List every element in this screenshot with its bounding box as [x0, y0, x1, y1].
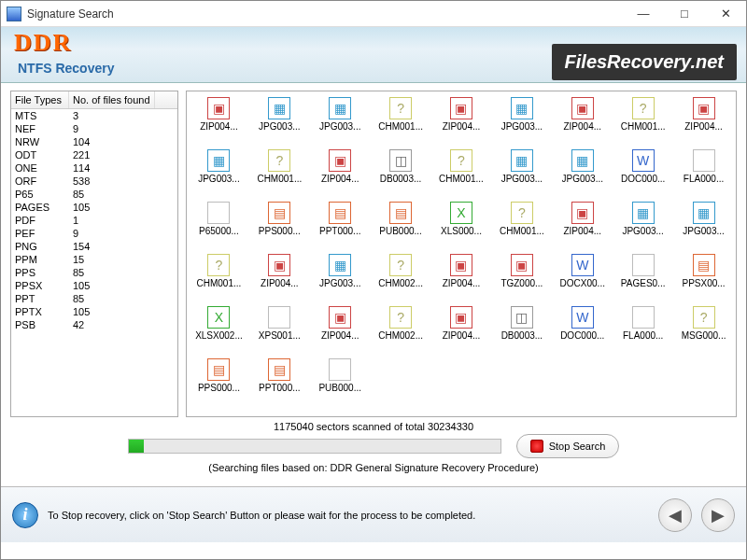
file-item[interactable]: P65000...	[189, 200, 249, 250]
table-row[interactable]: MTS3	[11, 109, 177, 122]
file-item[interactable]: ▣ZIP004...	[552, 95, 613, 146]
file-item[interactable]: ▦JPG003...	[491, 147, 552, 198]
file-label: DB0003...	[501, 330, 543, 341]
table-row[interactable]: PPTX105	[11, 305, 177, 318]
file-item[interactable]: ▣ZIP004...	[431, 95, 492, 146]
file-item[interactable]: PUB000...	[310, 357, 371, 407]
file-item[interactable]: WDOC000...	[552, 304, 613, 355]
cell-count: 104	[73, 136, 90, 147]
table-row[interactable]: ODT221	[11, 148, 177, 161]
file-item[interactable]: ▦JPG003...	[673, 200, 734, 250]
file-item[interactable]: ?CHM002...	[371, 304, 431, 355]
file-item[interactable]: ◫DB0003...	[371, 147, 431, 198]
cell-count: 221	[73, 149, 90, 161]
file-item[interactable]: ▤PPSX00...	[673, 252, 734, 302]
file-item[interactable]: PAGES0...	[613, 252, 673, 302]
cell-count: 9	[73, 123, 78, 134]
file-item[interactable]: ▣ZIP004...	[673, 95, 734, 146]
file-icon: X	[207, 306, 230, 329]
table-row[interactable]: PNG154	[11, 240, 177, 253]
file-label: JPG003...	[683, 226, 724, 236]
table-row[interactable]: P6585	[11, 188, 177, 201]
file-icon	[329, 358, 351, 381]
table-row[interactable]: PPSX105	[11, 279, 177, 292]
col-file-types[interactable]: File Types	[11, 91, 69, 108]
cell-count: 1	[73, 215, 78, 226]
table-row[interactable]: PSB42	[11, 318, 177, 331]
table-row[interactable]: PPM15	[11, 253, 177, 266]
file-label: ZIP004...	[261, 278, 299, 288]
file-item[interactable]: ▤PPS000...	[249, 200, 310, 250]
back-button[interactable]: ◀	[658, 498, 692, 532]
file-item[interactable]: WDOC000...	[613, 147, 673, 198]
file-label: TGZ000...	[500, 278, 543, 288]
next-button[interactable]: ▶	[701, 498, 735, 532]
file-item[interactable]: ▦JPG003...	[552, 147, 613, 198]
file-icon: ▤	[207, 358, 230, 381]
table-row[interactable]: NRW104	[11, 135, 177, 148]
file-item[interactable]: XXLSX002...	[189, 304, 249, 355]
file-item[interactable]: ▤PPT000...	[310, 200, 371, 250]
file-item[interactable]: ▤PPT000...	[249, 357, 310, 407]
file-item[interactable]: ?CHM001...	[249, 147, 310, 198]
file-icon: ▦	[511, 149, 533, 172]
file-icon: ?	[511, 202, 533, 224]
col-file-count[interactable]: No. of files found	[69, 91, 155, 108]
table-row[interactable]: PDF1	[11, 214, 177, 227]
file-item[interactable]: ▦JPG003...	[310, 95, 371, 146]
file-item[interactable]: ?CHM001...	[371, 95, 431, 146]
table-row[interactable]: NEF9	[11, 122, 177, 135]
file-item[interactable]: ?CHM001...	[431, 147, 492, 198]
file-item[interactable]: ?CHM001...	[189, 252, 249, 302]
file-item[interactable]: ▦JPG003...	[310, 252, 371, 302]
file-item[interactable]: ▦JPG003...	[189, 147, 249, 198]
table-row[interactable]: ORF538	[11, 175, 177, 188]
file-label: CHM001...	[439, 174, 484, 184]
file-item[interactable]: ?MSG000...	[673, 304, 734, 355]
file-label: FLA000...	[684, 174, 724, 184]
table-row[interactable]: PEF9	[11, 227, 177, 240]
file-item[interactable]: ▤PPS000...	[189, 357, 249, 407]
file-item[interactable]: ▦JPG003...	[249, 95, 310, 146]
file-label: CHM002...	[378, 278, 423, 288]
file-item[interactable]: ▣ZIP004...	[310, 304, 371, 355]
table-row[interactable]: PAGES105	[11, 201, 177, 214]
file-icon: ▤	[389, 202, 412, 224]
file-item[interactable]: FLA000...	[613, 304, 673, 355]
file-item[interactable]: ?CHM002...	[371, 252, 431, 302]
file-icon: ▣	[450, 97, 472, 119]
file-item[interactable]: ▣ZIP004...	[552, 200, 613, 250]
stop-search-button[interactable]: Stop Search	[516, 434, 620, 458]
file-item[interactable]: ◫DB0003...	[491, 304, 552, 355]
file-item[interactable]: ▤PUB000...	[371, 200, 431, 250]
file-icon: ▣	[571, 202, 594, 224]
file-item[interactable]: ▦JPG003...	[491, 95, 552, 146]
files-grid-panel[interactable]: ▣ZIP004...▦JPG003...▦JPG003...?CHM001...…	[186, 91, 737, 417]
file-item[interactable]: ?CHM001...	[613, 95, 673, 146]
file-item[interactable]: WDOCX00...	[552, 252, 613, 302]
cell-type: PPS	[15, 267, 73, 278]
file-icon: ?	[268, 149, 290, 172]
file-item[interactable]: ▣ZIP004...	[310, 147, 371, 198]
file-item[interactable]: ▣ZIP004...	[189, 95, 249, 146]
file-item[interactable]: ▣ZIP004...	[431, 252, 492, 302]
file-item[interactable]: ▣ZIP004...	[249, 252, 310, 302]
file-item[interactable]: XPS001...	[249, 304, 310, 355]
file-label: JPG003...	[622, 226, 663, 236]
file-item[interactable]: FLA000...	[673, 147, 734, 198]
close-button[interactable]: ✕	[705, 1, 746, 27]
cell-count: 105	[73, 202, 90, 213]
table-row[interactable]: ONE114	[11, 161, 177, 175]
file-item[interactable]: XXLS000...	[431, 200, 492, 250]
table-row[interactable]: PPT85	[11, 292, 177, 305]
table-row[interactable]: PPS85	[11, 266, 177, 279]
file-item[interactable]: ▣ZIP004...	[431, 304, 492, 355]
file-icon	[207, 202, 230, 224]
file-item[interactable]: ▣TGZ000...	[491, 252, 552, 302]
maximize-button[interactable]: □	[664, 1, 705, 27]
minimize-button[interactable]: —	[623, 1, 664, 27]
file-label: XLS000...	[441, 226, 482, 236]
file-item[interactable]: ?CHM001...	[491, 200, 552, 250]
file-types-body[interactable]: MTS3NEF9NRW104ODT221ONE114ORF538P6585PAG…	[11, 109, 177, 416]
file-item[interactable]: ▦JPG003...	[613, 200, 673, 250]
